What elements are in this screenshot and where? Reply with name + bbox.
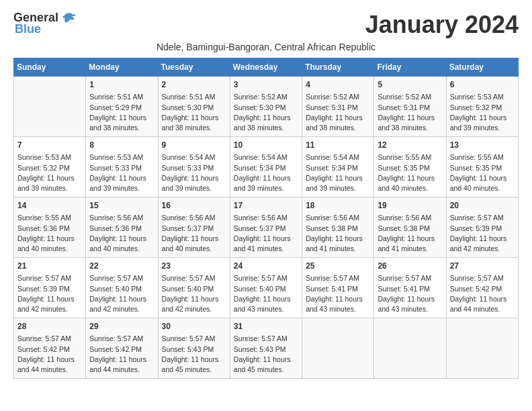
day-info-line: Sunset: 5:43 PM	[234, 345, 298, 355]
day-info-line: Daylight: 11 hours and 42 minutes.	[89, 294, 154, 314]
day-info-line: Sunset: 5:37 PM	[162, 224, 226, 234]
calendar-cell	[302, 318, 374, 379]
day-info-line: Daylight: 11 hours and 42 minutes.	[17, 294, 82, 314]
day-info-line: Daylight: 11 hours and 39 minutes.	[234, 173, 298, 193]
day-info-line: Daylight: 11 hours and 43 minutes.	[306, 294, 370, 314]
day-info-line: Sunrise: 5:52 AM	[306, 92, 370, 102]
day-info-line: Sunset: 5:42 PM	[17, 345, 82, 355]
calendar-table: SundayMondayTuesdayWednesdayThursdayFrid…	[13, 58, 519, 379]
calendar-subtitle: Ndele, Bamingui-Bangoran, Central Africa…	[13, 42, 519, 52]
calendar-week-row: 1Sunrise: 5:51 AMSunset: 5:29 PMDaylight…	[14, 77, 519, 137]
day-of-week-header: Wednesday	[230, 58, 302, 77]
day-info-line: Daylight: 11 hours and 42 minutes.	[450, 234, 515, 254]
day-number: 1	[89, 79, 154, 91]
day-info-line: Sunset: 5:41 PM	[378, 284, 442, 294]
day-info-line: Sunrise: 5:57 AM	[234, 334, 298, 344]
calendar-cell: 9Sunrise: 5:54 AMSunset: 5:33 PMDaylight…	[158, 137, 230, 197]
day-info-line: Sunset: 5:34 PM	[306, 163, 370, 173]
day-info-line: Daylight: 11 hours and 41 minutes.	[378, 234, 442, 254]
day-number: 5	[378, 79, 442, 91]
day-info-line: Sunrise: 5:56 AM	[306, 213, 370, 223]
day-info-line: Sunset: 5:30 PM	[234, 103, 298, 113]
day-info-line: Sunrise: 5:55 AM	[378, 152, 442, 163]
day-info-line: Daylight: 11 hours and 44 minutes.	[450, 294, 515, 314]
day-info-line: Sunrise: 5:54 AM	[162, 152, 226, 163]
calendar-cell: 23Sunrise: 5:57 AMSunset: 5:40 PMDayligh…	[158, 258, 230, 318]
day-info-line: Sunrise: 5:53 AM	[89, 152, 154, 163]
day-info-line: Daylight: 11 hours and 39 minutes.	[306, 173, 370, 193]
day-of-week-header: Sunday	[14, 58, 86, 77]
day-info-line: Sunrise: 5:57 AM	[162, 273, 226, 283]
day-info-line: Sunset: 5:31 PM	[306, 103, 370, 113]
calendar-cell: 17Sunrise: 5:56 AMSunset: 5:37 PMDayligh…	[230, 197, 302, 258]
calendar-cell	[374, 318, 446, 379]
day-info-line: Sunset: 5:33 PM	[162, 163, 226, 173]
day-number: 24	[234, 261, 298, 272]
calendar-cell: 10Sunrise: 5:54 AMSunset: 5:34 PMDayligh…	[230, 137, 302, 197]
calendar-cell: 27Sunrise: 5:57 AMSunset: 5:42 PMDayligh…	[446, 258, 518, 318]
day-info-line: Sunset: 5:40 PM	[234, 284, 298, 294]
day-info-line: Sunrise: 5:52 AM	[378, 92, 442, 102]
day-of-week-header: Thursday	[302, 58, 374, 77]
day-info-line: Daylight: 11 hours and 39 minutes.	[89, 173, 154, 193]
calendar-week-row: 21Sunrise: 5:57 AMSunset: 5:39 PMDayligh…	[14, 258, 519, 318]
calendar-cell: 6Sunrise: 5:53 AMSunset: 5:32 PMDaylight…	[446, 77, 518, 137]
day-info-line: Daylight: 11 hours and 39 minutes.	[162, 173, 226, 193]
day-info-line: Daylight: 11 hours and 38 minutes.	[234, 113, 298, 133]
day-info-line: Sunrise: 5:57 AM	[450, 213, 515, 223]
day-number: 9	[162, 140, 226, 151]
day-info-line: Daylight: 11 hours and 38 minutes.	[378, 113, 442, 133]
calendar-cell: 22Sunrise: 5:57 AMSunset: 5:40 PMDayligh…	[86, 258, 158, 318]
day-info-line: Sunrise: 5:56 AM	[378, 213, 442, 223]
day-info-line: Daylight: 11 hours and 43 minutes.	[234, 294, 298, 314]
day-info-line: Sunrise: 5:51 AM	[162, 92, 226, 102]
calendar-cell: 1Sunrise: 5:51 AMSunset: 5:29 PMDaylight…	[86, 77, 158, 137]
day-number: 6	[450, 79, 515, 91]
calendar-cell: 24Sunrise: 5:57 AMSunset: 5:40 PMDayligh…	[230, 258, 302, 318]
day-info-line: Sunrise: 5:57 AM	[234, 273, 298, 283]
day-info-line: Daylight: 11 hours and 44 minutes.	[17, 355, 82, 375]
day-info-line: Sunset: 5:32 PM	[17, 163, 82, 173]
day-info-line: Daylight: 11 hours and 40 minutes.	[450, 173, 515, 193]
day-info-line: Sunrise: 5:55 AM	[17, 213, 82, 223]
day-info-line: Daylight: 11 hours and 40 minutes.	[378, 173, 442, 193]
day-info-line: Daylight: 11 hours and 38 minutes.	[89, 113, 154, 133]
calendar-cell: 30Sunrise: 5:57 AMSunset: 5:43 PMDayligh…	[158, 318, 230, 379]
day-info-line: Daylight: 11 hours and 42 minutes.	[162, 294, 226, 314]
day-number: 31	[234, 321, 298, 332]
day-info-line: Sunrise: 5:56 AM	[234, 213, 298, 223]
day-number: 16	[162, 200, 226, 212]
day-info-line: Sunset: 5:35 PM	[378, 163, 442, 173]
day-number: 17	[234, 200, 298, 212]
day-number: 19	[378, 200, 442, 212]
day-info-line: Sunrise: 5:57 AM	[89, 273, 154, 283]
day-info-line: Sunrise: 5:51 AM	[89, 92, 154, 102]
calendar-header-row: SundayMondayTuesdayWednesdayThursdayFrid…	[14, 58, 519, 77]
day-of-week-header: Monday	[86, 58, 158, 77]
day-info-line: Sunset: 5:40 PM	[89, 284, 154, 294]
day-number: 29	[89, 321, 154, 332]
day-number: 7	[17, 140, 82, 151]
day-info-line: Daylight: 11 hours and 40 minutes.	[162, 234, 226, 254]
day-info-line: Daylight: 11 hours and 38 minutes.	[306, 113, 370, 133]
day-info-line: Sunrise: 5:54 AM	[234, 152, 298, 163]
day-info-line: Sunset: 5:30 PM	[162, 103, 226, 113]
day-info-line: Daylight: 11 hours and 45 minutes.	[162, 355, 226, 375]
day-info-line: Sunrise: 5:56 AM	[89, 213, 154, 223]
header: General Blue January 2024	[13, 11, 519, 39]
day-info-line: Daylight: 11 hours and 45 minutes.	[234, 355, 298, 375]
day-number: 22	[89, 261, 154, 272]
calendar-cell	[14, 77, 86, 137]
day-info-line: Sunset: 5:35 PM	[450, 163, 515, 173]
day-info-line: Sunrise: 5:53 AM	[17, 152, 82, 163]
day-info-line: Sunset: 5:42 PM	[450, 284, 515, 294]
day-number: 27	[450, 261, 515, 272]
day-info-line: Daylight: 11 hours and 39 minutes.	[17, 173, 82, 193]
month-title: January 2024	[365, 11, 519, 39]
day-info-line: Sunrise: 5:57 AM	[378, 273, 442, 283]
day-number: 18	[306, 200, 370, 212]
day-info-line: Sunset: 5:33 PM	[89, 163, 154, 173]
day-info-line: Sunset: 5:31 PM	[378, 103, 442, 113]
calendar-cell: 11Sunrise: 5:54 AMSunset: 5:34 PMDayligh…	[302, 137, 374, 197]
day-of-week-header: Friday	[374, 58, 446, 77]
